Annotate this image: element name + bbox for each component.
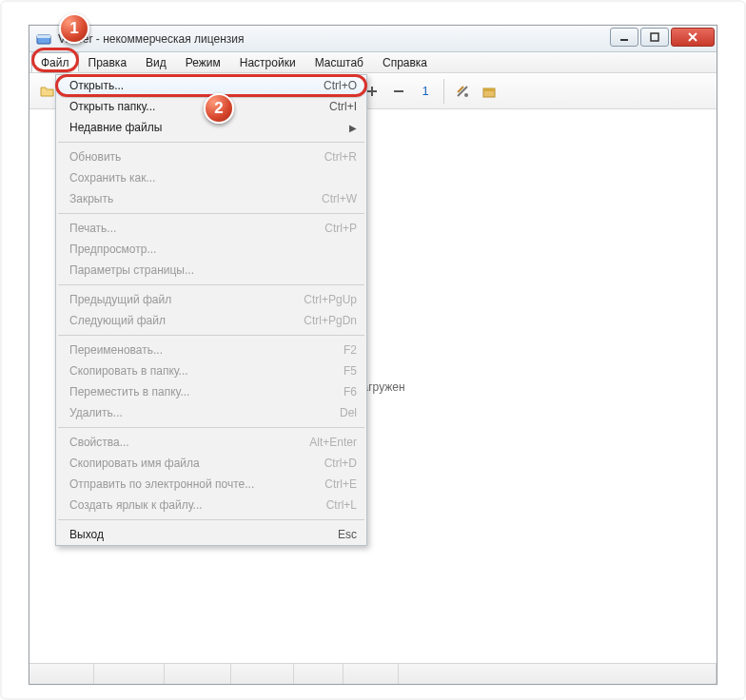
status-cell — [231, 664, 294, 684]
menu-item-shortcut: Ctrl+O — [324, 79, 357, 92]
status-cell — [29, 664, 94, 684]
menu-item-shortcut: Alt+Enter — [309, 436, 357, 449]
status-cell — [399, 664, 717, 684]
svg-point-14 — [464, 93, 468, 97]
package-icon[interactable] — [477, 79, 501, 104]
menu-item-shortcut: Ctrl+L — [326, 498, 357, 512]
chevron-right-icon: ▶ — [349, 123, 357, 133]
menu-item-shortcut: Ctrl+R — [324, 150, 357, 164]
menu-item: Скопировать имя файлаCtrl+D — [56, 453, 366, 474]
menu-item-shortcut: F5 — [344, 364, 357, 378]
menu-item-label: Открыть папку... — [69, 100, 329, 113]
zoom-actual-icon[interactable]: 1 — [413, 79, 438, 104]
menu-item: Предпросмотр... — [56, 239, 366, 260]
window-controls — [610, 28, 715, 47]
menu-item-label: Создать ярлык к файлу... — [69, 498, 326, 512]
menu-separator — [58, 213, 364, 214]
status-cell — [344, 664, 399, 684]
menu-режим[interactable]: Режим — [176, 52, 230, 72]
menu-item: Скопировать в папку...F5 — [56, 360, 366, 381]
app-icon — [35, 30, 52, 48]
menu-item: ОбновитьCtrl+R — [56, 146, 366, 167]
menu-item: Сохранить как... — [56, 167, 366, 188]
status-cell — [294, 664, 344, 684]
zoom-1-label: 1 — [422, 84, 428, 98]
menu-separator — [58, 142, 364, 143]
menu-item-shortcut: Ctrl+W — [322, 192, 357, 205]
svg-rect-3 — [651, 33, 658, 41]
menu-item-shortcut: Ctrl+D — [324, 457, 357, 470]
menu-item-shortcut: F2 — [344, 343, 357, 357]
menu-item-label: Удалить... — [69, 406, 340, 419]
menu-item-label: Скопировать имя файла — [69, 457, 324, 470]
annotation-badge-2: 2 — [204, 93, 234, 124]
menu-separator — [58, 519, 364, 520]
menu-item-shortcut: Del — [340, 406, 357, 419]
menu-item: Создать ярлык к файлу...Ctrl+L — [56, 495, 366, 515]
menu-item-label: Следующий файл — [69, 314, 304, 327]
file-menu-dropdown: Открыть...Ctrl+OОткрыть папку...Ctrl+IНе… — [55, 74, 367, 546]
menu-item-label: Печать... — [69, 222, 324, 235]
menu-вид[interactable]: Вид — [136, 52, 176, 72]
maximize-button[interactable] — [640, 28, 669, 47]
menu-item-label: Скопировать в папку... — [69, 364, 344, 378]
titlebar[interactable]: Viewer - некоммерческая лицензия — [29, 26, 717, 52]
menu-масштаб[interactable]: Масштаб — [305, 52, 373, 72]
menu-файл[interactable]: Файл — [31, 52, 79, 72]
menu-separator — [58, 427, 364, 428]
menu-item-label: Переместить в папку... — [69, 385, 344, 399]
close-button[interactable] — [671, 28, 715, 47]
menu-item: Следующий файлCtrl+PgDn — [56, 310, 366, 331]
menu-item-shortcut: Ctrl+PgDn — [304, 314, 357, 327]
menu-item-shortcut: Esc — [338, 528, 357, 541]
menu-item-shortcut: Ctrl+I — [329, 100, 357, 113]
menu-справка[interactable]: Справка — [373, 52, 437, 72]
menu-separator — [58, 284, 364, 285]
annotation-badge-1: 1 — [59, 13, 89, 44]
menu-item: ЗакрытьCtrl+W — [56, 188, 366, 209]
status-cell — [165, 664, 231, 684]
menu-настройки[interactable]: Настройки — [230, 52, 305, 72]
menu-item[interactable]: Открыть...Ctrl+O — [56, 75, 366, 96]
minimize-button[interactable] — [610, 28, 638, 47]
menu-item-shortcut: F6 — [344, 385, 357, 399]
menu-item-label: Переименовать... — [69, 343, 344, 357]
menu-item-label: Свойства... — [69, 436, 309, 449]
svg-rect-1 — [37, 35, 50, 38]
menu-item: Удалить...Del — [56, 402, 366, 423]
menu-item-shortcut: Ctrl+E — [324, 477, 357, 491]
menu-item-label: Отправить по электронной почте... — [69, 477, 324, 491]
toolbar-separator — [443, 79, 444, 104]
menu-item: Переместить в папку...F6 — [56, 381, 366, 402]
menu-item-label: Предпросмотр... — [69, 243, 357, 256]
status-cell — [94, 664, 165, 684]
menu-item-shortcut: Ctrl+PgUp — [304, 293, 357, 306]
menu-item-label: Выход — [69, 528, 338, 541]
zoom-out-icon[interactable] — [386, 79, 411, 104]
menu-item-shortcut: Ctrl+P — [324, 222, 357, 235]
svg-rect-16 — [483, 88, 495, 91]
menu-item-label: Сохранить как... — [69, 171, 357, 185]
menu-item-label: Параметры страницы... — [69, 263, 357, 277]
menu-item: Предыдущий файлCtrl+PgUp — [56, 289, 366, 310]
svg-rect-2 — [620, 39, 628, 41]
statusbar — [29, 663, 717, 684]
menu-item-label: Обновить — [69, 150, 324, 164]
menu-item: Печать...Ctrl+P — [56, 218, 366, 239]
menu-item: Параметры страницы... — [56, 260, 366, 281]
menu-item-label: Предыдущий файл — [69, 293, 304, 306]
settings-icon[interactable] — [450, 79, 475, 104]
menu-правка[interactable]: Правка — [79, 52, 137, 72]
menu-separator — [58, 335, 364, 336]
menu-item-label: Открыть... — [69, 79, 324, 92]
menu-item: Свойства...Alt+Enter — [56, 432, 366, 453]
menu-item[interactable]: ВыходEsc — [56, 524, 366, 545]
menubar: ФайлПравкаВидРежимНастройкиМасштабСправк… — [29, 52, 717, 73]
menu-item: Переименовать...F2 — [56, 340, 366, 360]
menu-item-label: Закрыть — [69, 192, 322, 205]
menu-item: Отправить по электронной почте...Ctrl+E — [56, 474, 366, 495]
